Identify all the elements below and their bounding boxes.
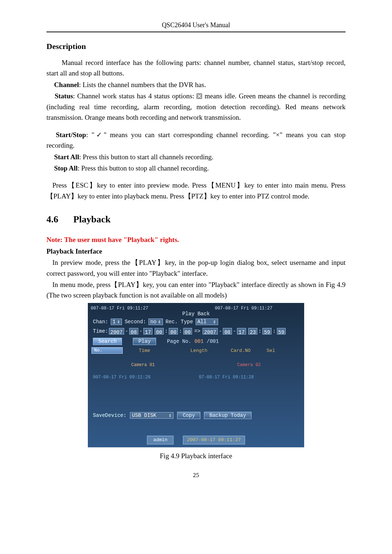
chan-label: Chan:: [93, 318, 108, 326]
status-text-a: : Channel work status has 4 status optio…: [73, 92, 196, 100]
status-para: Status: Channel work status has 4 status…: [46, 91, 346, 123]
from-hour[interactable]: 00: [155, 328, 164, 335]
section-heading: 4.6 Playback: [46, 212, 346, 226]
copy-button[interactable]: Copy: [177, 412, 200, 419]
channel-para: Channel: Lists the channel numbers that …: [46, 79, 346, 90]
description-intro: Manual record interface has the followin…: [46, 57, 346, 79]
backup-today-button[interactable]: Backup Today: [204, 412, 252, 419]
second-label: Second:: [124, 318, 146, 326]
page-no-label: Page No.: [167, 338, 191, 344]
figure-caption: Fig 4.9 Playback interface: [46, 451, 346, 461]
second-input[interactable]: no⇕: [148, 319, 163, 325]
col-sel: Sel: [261, 347, 275, 354]
page-no-total: /001: [207, 338, 219, 344]
time-label: Time:: [93, 328, 108, 335]
description-heading: Description: [46, 40, 346, 52]
chan-value: 1: [113, 318, 115, 326]
arrow-icon: =>: [193, 328, 202, 335]
to-year[interactable]: 2007: [203, 328, 218, 335]
pane2-timestamp: 07-08-17 Fri 09:11:28: [199, 374, 254, 381]
from-sec[interactable]: 00: [183, 328, 192, 335]
play-button[interactable]: Play: [133, 338, 156, 345]
to-sec[interactable]: 59: [277, 328, 286, 335]
keys-para: Press【ESC】key to enter into preview mode…: [46, 180, 346, 201]
startall-label: Start All: [54, 153, 79, 161]
page-no: Page No. 001 /001: [167, 338, 219, 345]
startstop-text: : "✓" means you can start corresponding …: [46, 131, 346, 149]
from-day[interactable]: 17: [143, 328, 152, 335]
page-no-cur: 001: [195, 338, 204, 344]
from-min[interactable]: 00: [169, 328, 178, 335]
playback-dialog-title: Play Back: [88, 310, 304, 318]
playback-screenshot: 007-08-17 Fri 09:11:27 007-08-17 Fri 09:…: [88, 303, 304, 447]
col-no[interactable]: No.: [91, 347, 123, 354]
startall-text: : Press this button to start all channel…: [79, 153, 213, 161]
second-value: no: [150, 318, 156, 326]
preview-pane-2: Camera 02 07-08-17 Fri 09:11:28: [196, 355, 302, 401]
idle-icon: [196, 93, 202, 99]
from-year[interactable]: 2007: [109, 328, 124, 335]
to-hour[interactable]: 23: [248, 328, 257, 335]
startstop-para: Start/Stop: "✓" means you can start corr…: [46, 130, 346, 151]
channel-label: Channel: [54, 81, 79, 89]
startstop-label: Start/Stop: [56, 131, 86, 139]
status-datetime: 2007-08-17 09:11:27: [183, 436, 245, 444]
savedevice-label: SaveDevice:: [93, 412, 126, 419]
playback-subheading: Playback Interface: [46, 246, 346, 257]
col-card: Card.NO: [221, 347, 261, 354]
status-user: admin: [147, 436, 173, 444]
playback-p1: In preview mode, press the【PLAY】key, in …: [46, 257, 346, 279]
savedevice-select[interactable]: USB DISK⇕: [130, 412, 173, 419]
channel-text: : Lists the channel numbers that the DVR…: [79, 81, 206, 89]
chan-input[interactable]: 1⇕: [111, 319, 122, 325]
result-table-header: No. Time Length Card.NO Sel: [91, 347, 301, 354]
search-button[interactable]: Search: [93, 338, 122, 345]
stopall-label: Stop All: [54, 164, 78, 172]
savedevice-value: USB DISK: [132, 412, 156, 419]
playback-note: Note: The user must have "Playback" righ…: [46, 234, 346, 245]
to-month[interactable]: 08: [223, 328, 232, 335]
status-label: Status: [54, 92, 73, 100]
col-length: Length: [177, 347, 221, 354]
stepper-icon[interactable]: ⇕: [117, 318, 120, 326]
to-min[interactable]: 59: [262, 328, 271, 335]
col-time: Time: [123, 347, 166, 354]
keys-text: Press【ESC】key to enter into preview mode…: [46, 181, 346, 200]
stepper-icon[interactable]: ⇕: [158, 318, 161, 326]
section-title: Playback: [73, 214, 111, 225]
description-intro-text: Manual record interface has the followin…: [46, 59, 346, 77]
pane1-timestamp: 007-08-17 Fri 09:11:28: [93, 374, 150, 381]
preview-pane-1: Camera 01 007-08-17 Fri 09:11:28: [90, 355, 196, 401]
startall-para: Start All: Press this button to start al…: [46, 152, 346, 162]
stopall-text: : Press this button to stop all channel …: [78, 164, 209, 172]
rectype-label: Rec. Type: [166, 318, 193, 326]
from-month[interactable]: 08: [129, 328, 138, 335]
playback-p2: In menu mode, press【PLAY】key, you can en…: [46, 279, 346, 301]
rectype-value: All: [197, 318, 207, 326]
to-day[interactable]: 17: [237, 328, 246, 335]
stepper-icon[interactable]: ⇕: [213, 318, 216, 326]
playback-p1-text: In preview mode, press the【PLAY】key, in …: [46, 259, 346, 277]
playback-p2-text: In menu mode, press【PLAY】key, you can en…: [46, 281, 346, 299]
stopall-para: Stop All: Press this button to stop all …: [46, 163, 346, 173]
page-header-title: QSC26404 User's Manual: [46, 20, 346, 32]
camera-1-label: Camera 01: [90, 362, 196, 368]
section-number: 4.6: [46, 212, 71, 226]
page-number: 25: [46, 471, 346, 480]
rectype-input[interactable]: All⇕: [196, 319, 218, 325]
camera-2-label: Camera 02: [196, 362, 302, 368]
stepper-icon[interactable]: ⇕: [168, 412, 172, 419]
